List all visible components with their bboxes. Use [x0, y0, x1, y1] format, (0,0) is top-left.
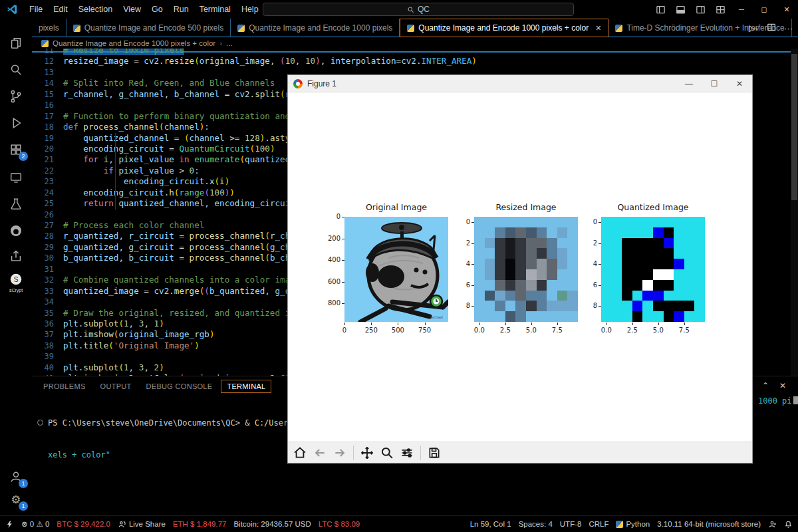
- menu-run[interactable]: Run: [168, 5, 194, 14]
- line-number: 27: [32, 220, 54, 231]
- python-file-icon: [615, 25, 622, 32]
- panel-tab-debug-console[interactable]: DEBUG CONSOLE: [140, 380, 219, 393]
- eth-ticker[interactable]: ETH $ 1,849.77: [173, 520, 227, 528]
- accounts-icon[interactable]: 1: [0, 466, 32, 488]
- tab-1[interactable]: Quantize Image and Encode 500 pixels: [66, 19, 231, 37]
- cursor-position[interactable]: Ln 59, Col 1: [470, 520, 511, 528]
- python-file-icon: [41, 40, 49, 47]
- menu-view[interactable]: View: [118, 5, 146, 14]
- figure-close-icon[interactable]: ✕: [727, 75, 752, 92]
- save-icon[interactable]: [428, 446, 441, 460]
- menu-selection[interactable]: Selection: [73, 5, 118, 14]
- tab-close-icon[interactable]: ✕: [595, 24, 601, 33]
- editor-scrollbar-thumb[interactable]: [791, 54, 797, 200]
- language-python[interactable]: Python: [616, 520, 650, 528]
- figure-minimize-icon[interactable]: —: [676, 75, 702, 92]
- breadcrumb-more[interactable]: ...: [226, 39, 233, 47]
- panel-tab-problems[interactable]: PROBLEMS: [37, 380, 92, 393]
- breadcrumb-chevron-icon: ›: [219, 39, 222, 47]
- line-number: 22: [32, 166, 54, 176]
- bitcoin-usd[interactable]: Bitcoin: 29436.57 USD: [233, 520, 311, 528]
- x-tick: 5.0: [518, 327, 545, 334]
- window-close-icon[interactable]: ✕: [775, 0, 798, 19]
- bitcoin-usd-label: Bitcoin: 29436.57 USD: [233, 520, 311, 528]
- testing-icon[interactable]: [0, 193, 32, 215]
- search-icon[interactable]: [0, 59, 32, 81]
- matplotlib-logo-icon: [293, 79, 303, 88]
- eol[interactable]: CRLF: [589, 520, 608, 528]
- menu-go[interactable]: Go: [146, 5, 168, 14]
- editor-top-rule: [32, 51, 798, 53]
- breadcrumb[interactable]: Quantize Image and Encode 1000 pixels + …: [32, 38, 798, 49]
- y-tick: 200: [318, 235, 340, 242]
- x-tick: 0: [331, 327, 358, 334]
- code-line-12[interactable]: 12resized_image = cv2.resize(original_im…: [32, 56, 798, 66]
- menu-terminal[interactable]: Terminal: [194, 5, 236, 14]
- x-tick: 750: [412, 327, 438, 334]
- subplots-icon[interactable]: [400, 446, 414, 460]
- line-number: 15: [32, 89, 54, 100]
- layout-panel-icon[interactable]: [670, 0, 690, 19]
- share-icon[interactable]: [0, 245, 32, 267]
- command-decoration-icon[interactable]: [37, 420, 43, 426]
- badge: 1: [19, 479, 28, 488]
- menu-file[interactable]: File: [24, 5, 48, 14]
- layout-sidebar-right-icon[interactable]: [690, 0, 710, 19]
- back-icon[interactable]: [313, 446, 327, 460]
- line-number: 13: [32, 67, 54, 78]
- layout-sidebar-icon[interactable]: [650, 0, 670, 19]
- line-number: 16: [32, 100, 54, 110]
- extensions-icon[interactable]: 2: [0, 138, 32, 161]
- y-tick: 6: [448, 281, 470, 289]
- btc-ticker[interactable]: BTC $ 29,422.0: [57, 520, 110, 528]
- editor-scrollbar[interactable]: [791, 49, 798, 376]
- y-tick: 2: [575, 239, 597, 247]
- run-button[interactable]: ▷˅: [749, 23, 759, 33]
- panel-maximize-icon[interactable]: ⌃: [762, 381, 769, 390]
- pan-icon[interactable]: [360, 446, 374, 460]
- errors[interactable]: ⊗ 0 ⚠ 0: [21, 519, 49, 529]
- panel-tab-output[interactable]: OUTPUT: [94, 380, 138, 393]
- line-number: 24: [32, 188, 54, 198]
- home-icon[interactable]: [293, 446, 307, 460]
- indentation[interactable]: Spaces: 4: [519, 520, 553, 528]
- run-debug-icon[interactable]: [0, 112, 32, 134]
- remote-explorer-icon[interactable]: [0, 166, 32, 189]
- github-icon[interactable]: [0, 219, 32, 242]
- python-file-icon: [237, 25, 245, 32]
- command-search-input[interactable]: QC: [263, 3, 574, 16]
- window-maximize-icon[interactable]: ◻: [753, 0, 775, 19]
- panel-tab-terminal[interactable]: TERMINAL: [221, 380, 271, 393]
- explorer-icon[interactable]: [0, 32, 32, 55]
- tab-3[interactable]: Quantize Image and Encode 1000 pixels + …: [400, 19, 608, 37]
- panel-close-icon[interactable]: ✕: [779, 381, 786, 390]
- menu-help[interactable]: Help: [236, 5, 264, 14]
- more-actions-icon[interactable]: ···: [784, 23, 793, 33]
- source-control-icon[interactable]: [0, 85, 32, 108]
- tab-0[interactable]: pixels: [32, 19, 66, 37]
- svg-text:S: S: [14, 276, 19, 283]
- person-icon[interactable]: [768, 520, 777, 529]
- y-tick: 8: [575, 302, 597, 309]
- live-share[interactable]: Live Share: [118, 520, 166, 529]
- line-number: 38: [32, 340, 54, 351]
- python-version[interactable]: 3.10.11 64-bit (microsoft store): [657, 520, 761, 528]
- layout-customize-icon[interactable]: [710, 0, 730, 19]
- menu-edit[interactable]: Edit: [48, 5, 73, 14]
- matplotlib-figure-window[interactable]: Figure 1 — ☐ ✕ Original Image02004006008…: [287, 74, 753, 464]
- encoding[interactable]: UTF-8: [560, 520, 582, 528]
- window-minimize-icon[interactable]: ─: [730, 0, 753, 19]
- figure-maximize-icon[interactable]: ☐: [702, 75, 727, 92]
- figure-title-bar[interactable]: Figure 1 — ☐ ✕: [288, 75, 752, 92]
- scrypt-icon[interactable]: S: [0, 268, 32, 291]
- split-editor-icon[interactable]: [767, 23, 776, 34]
- bell-icon[interactable]: [784, 520, 793, 529]
- tab-2[interactable]: Quantize Image and Encode 1000 pixels: [231, 19, 400, 37]
- forward-icon[interactable]: [333, 446, 346, 460]
- resized-image-pixels: [474, 217, 578, 322]
- breadcrumb-file[interactable]: Quantize Image and Encode 1000 pixels + …: [53, 39, 215, 47]
- zoom-icon[interactable]: [380, 446, 394, 460]
- ltc-ticker[interactable]: LTC $ 83.09: [319, 520, 360, 528]
- remote-icon[interactable]: [5, 519, 14, 529]
- settings-gear-icon[interactable]: ⚙1: [0, 488, 32, 511]
